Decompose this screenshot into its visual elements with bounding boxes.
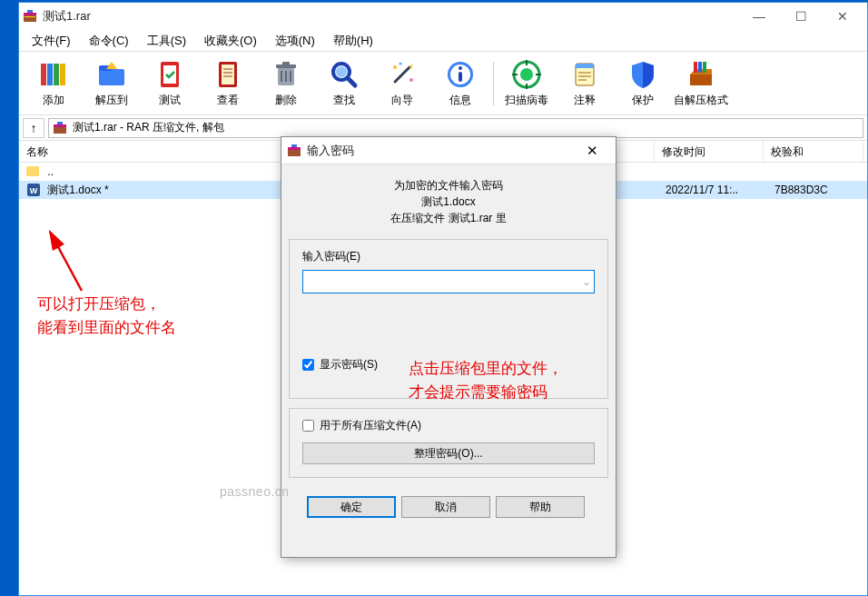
add-button[interactable]: 添加: [25, 55, 83, 113]
toolbar-label: 保护: [632, 93, 654, 108]
svg-line-27: [395, 67, 409, 82]
dialog-body: 为加密的文件输入密码 测试1.docx 在压缩文件 测试1.rar 里 输入密码…: [281, 164, 616, 531]
virus-scan-icon: [510, 58, 543, 91]
test-button[interactable]: 测试: [141, 55, 199, 113]
dialog-header-text: 为加密的文件输入密码 测试1.docx 在压缩文件 测试1.rar 里: [289, 177, 608, 226]
maximize-button[interactable]: ☐: [780, 3, 822, 30]
watermark: passneo.cn: [220, 484, 290, 499]
wand-icon: [386, 58, 419, 91]
menu-help[interactable]: 帮助(H): [324, 30, 382, 52]
annotation-right: 点击压缩包里的文件， 才会提示需要输密码: [409, 357, 563, 404]
svg-rect-6: [54, 64, 59, 85]
find-button[interactable]: 查找: [315, 55, 373, 113]
column-date[interactable]: 修改时间: [655, 141, 764, 162]
winrar-icon: [287, 144, 301, 158]
clipboard-check-icon: [153, 58, 186, 91]
all-archives-checkbox[interactable]: [302, 420, 314, 432]
dialog-archives-group: 用于所有压缩文件(A) 整理密码(O)...: [289, 408, 608, 478]
winrar-icon: [23, 9, 37, 24]
toolbar: 添加 解压到 测试 查看 删除 查找 向导 信息: [19, 52, 867, 115]
toolbar-label: 解压到: [95, 93, 128, 108]
menu-favorites[interactable]: 收藏夹(O): [195, 30, 266, 52]
password-label: 输入密码(E): [302, 249, 595, 264]
minimize-button[interactable]: —: [738, 3, 780, 30]
password-dialog: 输入密码 ✕ 为加密的文件输入密码 测试1.docx 在压缩文件 测试1.rar…: [281, 136, 616, 558]
file-date: 2022/11/7 11:..: [658, 182, 767, 198]
ok-button[interactable]: 确定: [307, 496, 396, 518]
window-controls: — ☐ ✕: [738, 3, 863, 30]
scan-button[interactable]: 扫描病毒: [498, 55, 556, 113]
svg-rect-3: [25, 16, 35, 17]
file-name: 测试1.docx *: [47, 184, 108, 196]
svg-rect-60: [288, 147, 301, 150]
svg-rect-51: [703, 62, 706, 73]
menu-tools[interactable]: 工具(S): [138, 30, 195, 52]
toolbar-label: 删除: [275, 93, 297, 108]
show-password-checkbox[interactable]: [302, 359, 314, 371]
svg-text:W: W: [30, 186, 38, 195]
password-input[interactable]: [302, 270, 595, 293]
svg-rect-20: [282, 62, 290, 65]
menubar: 文件(F) 命令(C) 工具(S) 收藏夹(O) 选项(N) 帮助(H): [19, 30, 867, 52]
path-field[interactable]: 测试1.rar - RAR 压缩文件, 解包: [48, 118, 863, 138]
svg-rect-8: [99, 69, 124, 85]
wizard-button[interactable]: 向导: [373, 55, 431, 113]
info-icon: [444, 58, 477, 91]
menu-file[interactable]: 文件(F): [23, 30, 80, 52]
file-checksum: 7B883D3C: [767, 182, 867, 198]
toolbar-label: 注释: [574, 93, 596, 108]
folder-extract-icon: [95, 58, 128, 91]
toolbar-label: 添加: [43, 93, 64, 108]
svg-rect-49: [694, 62, 697, 73]
annotation-left: 可以打开压缩包， 能看到里面的文件名: [37, 293, 176, 340]
menu-options[interactable]: 选项(N): [266, 30, 324, 52]
svg-point-37: [520, 68, 533, 81]
toolbar-label: 信息: [449, 93, 471, 108]
protect-button[interactable]: 保护: [614, 55, 672, 113]
info-button[interactable]: 信息: [431, 55, 489, 113]
svg-rect-61: [291, 144, 297, 147]
svg-rect-4: [41, 64, 46, 85]
dialog-title: 输入密码: [307, 143, 574, 159]
help-button[interactable]: 帮助: [496, 496, 585, 518]
extract-button[interactable]: 解压到: [83, 55, 141, 113]
svg-rect-50: [698, 62, 702, 73]
dialog-close-button[interactable]: ✕: [574, 139, 610, 163]
menu-command[interactable]: 命令(C): [80, 30, 138, 52]
toolbar-separator: [493, 62, 494, 105]
svg-rect-1: [24, 13, 36, 15]
svg-point-25: [336, 66, 347, 77]
svg-rect-35: [459, 72, 462, 82]
close-button[interactable]: ✕: [822, 3, 863, 30]
svg-rect-12: [163, 65, 176, 84]
cancel-button[interactable]: 取消: [401, 496, 490, 518]
view-button[interactable]: 查看: [199, 55, 257, 113]
dialog-button-row: 确定 取消 帮助: [289, 487, 608, 523]
archive-icon: [53, 121, 67, 135]
svg-rect-43: [576, 64, 594, 68]
svg-point-34: [459, 66, 462, 70]
dialog-titlebar: 输入密码 ✕: [281, 137, 616, 164]
delete-button[interactable]: 删除: [257, 55, 315, 113]
books-stack-icon: [37, 58, 70, 91]
toolbar-label: 查找: [333, 93, 355, 108]
docx-icon: W: [26, 183, 41, 197]
svg-rect-53: [54, 124, 66, 127]
trash-icon: [270, 58, 302, 91]
chevron-down-icon[interactable]: ⌵: [584, 277, 589, 287]
toolbar-label: 扫描病毒: [505, 93, 548, 108]
toolbar-label: 向导: [391, 93, 413, 108]
shield-icon: [626, 58, 659, 91]
comment-button[interactable]: 注释: [556, 55, 614, 113]
sfx-button[interactable]: 自解压格式: [672, 55, 730, 113]
magnifier-icon: [328, 58, 360, 91]
svg-rect-7: [60, 64, 65, 85]
svg-rect-19: [276, 65, 296, 68]
column-checksum[interactable]: 校验和: [764, 141, 863, 162]
up-button[interactable]: ↑: [23, 118, 44, 138]
organize-passwords-button[interactable]: 整理密码(O)...: [302, 442, 595, 464]
svg-rect-2: [27, 10, 33, 13]
folder-icon: [26, 166, 39, 176]
svg-rect-5: [47, 64, 53, 85]
svg-line-26: [348, 78, 355, 85]
